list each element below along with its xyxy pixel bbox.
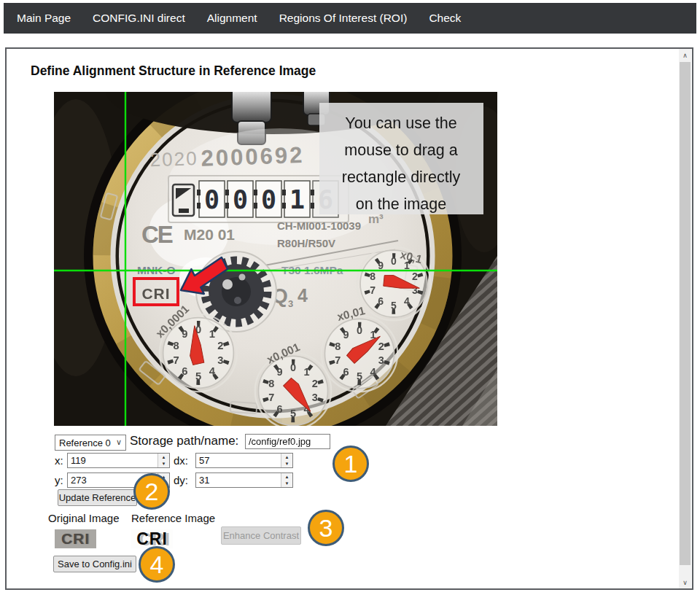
x-spinner[interactable]: ▲ ▼	[158, 454, 169, 467]
dx-spinner[interactable]: ▲ ▼	[281, 454, 292, 467]
reference-image-label: Reference Image	[131, 512, 215, 524]
svg-text:R80H/R50V: R80H/R50V	[277, 237, 335, 249]
callout-badge-4: 4	[139, 546, 175, 583]
top-navbar: Main Page CONFIG.INI direct Alignment Re…	[4, 3, 696, 34]
svg-text:M20 01: M20 01	[184, 226, 235, 243]
scroll-up-icon[interactable]: ∧	[679, 49, 691, 61]
spin-up-icon[interactable]: ▲	[281, 473, 292, 481]
original-image-label: Original Image	[48, 512, 120, 524]
nav-main-page[interactable]: Main Page	[17, 12, 71, 25]
svg-text:mouse to drag a: mouse to drag a	[344, 141, 457, 159]
dx-input[interactable]: ▲ ▼	[195, 453, 293, 468]
svg-text:4: 4	[298, 285, 308, 306]
svg-text:You can use the: You can use the	[345, 114, 456, 132]
dy-input[interactable]: ▲ ▼	[195, 472, 293, 488]
dx-label: dx:	[174, 454, 188, 467]
reference-select[interactable]: Reference 0 ∨	[55, 435, 126, 451]
nav-check[interactable]: Check	[429, 12, 461, 25]
reference-image-canvas[interactable]: 0 1 2 3 4 5 6 7 8 9	[54, 92, 497, 426]
scrollbar-thumb[interactable]	[680, 62, 691, 565]
roi-text: CRI	[141, 285, 170, 302]
dx-value-field[interactable]	[196, 454, 280, 467]
spin-up-icon[interactable]: ▲	[281, 454, 292, 461]
svg-text:rectangle directly: rectangle directly	[342, 168, 461, 186]
spin-up-icon[interactable]: ▲	[158, 454, 169, 461]
x-label: x:	[55, 454, 63, 467]
dial-x001	[322, 316, 397, 392]
page-title: Define Alignment Structure in Reference …	[31, 63, 316, 79]
x-input[interactable]: ▲ ▼	[67, 453, 170, 468]
storage-path-input[interactable]	[245, 434, 330, 449]
y-label: y:	[55, 474, 63, 486]
drag-hint-note: You can use the mouse to drag a rectangl…	[319, 103, 483, 214]
svg-text:0: 0	[261, 185, 276, 214]
svg-text:CH-MI001-10039: CH-MI001-10039	[277, 219, 361, 232]
svg-text:3: 3	[288, 298, 293, 309]
spin-down-icon[interactable]: ▼	[281, 481, 292, 488]
callout-badge-2: 2	[133, 473, 170, 510]
svg-text:2000692: 2000692	[201, 142, 305, 171]
dy-spinner[interactable]: ▲ ▼	[281, 473, 292, 487]
dy-value-field[interactable]	[196, 473, 280, 487]
svg-text:2020: 2020	[149, 147, 198, 171]
callout-badge-3: 3	[308, 510, 344, 546]
svg-text:0: 0	[204, 185, 219, 214]
vertical-scrollbar[interactable]: ∧ ∨	[679, 49, 691, 588]
svg-text:1: 1	[289, 185, 305, 214]
svg-text:0: 0	[233, 185, 248, 214]
svg-text:on the image: on the image	[356, 195, 446, 213]
scroll-down-icon[interactable]: ∨	[679, 576, 691, 588]
reference-image-thumbnail: CRI	[131, 529, 173, 548]
nav-config-ini[interactable]: CONFIG.INI direct	[93, 12, 185, 25]
svg-text:CE: CE	[141, 221, 173, 248]
save-to-config-button[interactable]: Save to Config.ini	[53, 556, 136, 572]
enhance-contrast-button[interactable]: Enhance Contrast	[221, 526, 301, 545]
nav-roi[interactable]: Regions Of Interest (ROI)	[279, 12, 408, 25]
dy-label: dy:	[174, 474, 188, 486]
spin-down-icon[interactable]: ▼	[281, 461, 292, 468]
update-reference-button[interactable]: Update Reference	[58, 489, 137, 506]
nav-alignment[interactable]: Alignment	[207, 12, 257, 25]
callout-badge-1: 1	[332, 446, 369, 482]
original-image-thumbnail: CRI	[55, 529, 96, 548]
spin-down-icon[interactable]: ▼	[158, 461, 169, 468]
x-value-field[interactable]	[68, 454, 157, 467]
storage-path-label: Storage path/name:	[130, 434, 238, 448]
